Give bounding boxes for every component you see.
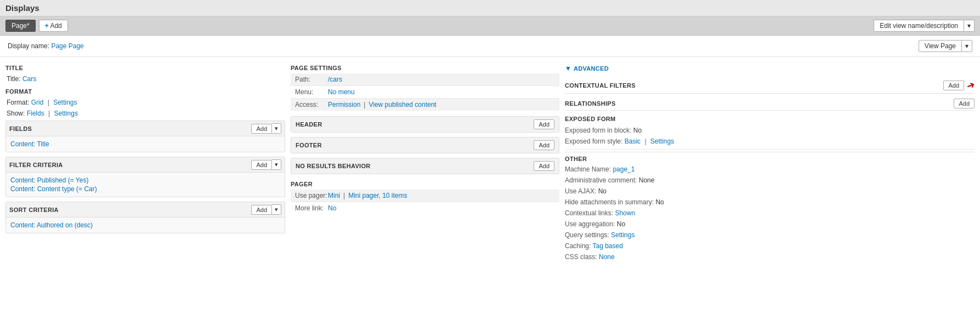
show-settings[interactable]: Settings: [54, 110, 78, 117]
more-link-row: More link: No: [291, 202, 559, 214]
show-label: Show:: [7, 110, 25, 117]
filter-add-dropdown[interactable]: ▾: [272, 159, 281, 170]
hide-attachments-value[interactable]: No: [655, 198, 664, 206]
relationships-section: RELATIONSHIPS Add: [565, 97, 975, 111]
header-section: HEADER Add: [291, 116, 559, 133]
exposed-form-block-row: Exposed form in block: No: [565, 125, 975, 136]
use-aggregation-row: Use aggregation: No: [565, 219, 975, 230]
fields-add-group: Add ▾: [251, 123, 281, 134]
display-name-link[interactable]: Page: [69, 42, 84, 50]
add-display-button[interactable]: + Add: [39, 20, 68, 32]
machine-name-label: Machine Name:: [565, 165, 611, 173]
title-section-title: TITLE: [5, 62, 23, 72]
filter-item-2[interactable]: Content: Content type (= Car): [10, 185, 280, 193]
filter-item-1[interactable]: Content: Published (= Yes): [10, 176, 280, 185]
format-settings[interactable]: Settings: [53, 99, 77, 106]
page-settings-section: PAGE SETTINGS Path: /cars Menu: No menu …: [291, 62, 559, 111]
contextual-add-group: Add ➜: [943, 79, 975, 91]
fields-add-dropdown[interactable]: ▾: [272, 123, 281, 134]
filter-add-button[interactable]: Add: [251, 160, 272, 170]
displays-title: Displays: [5, 3, 39, 13]
exposed-block-label: Exposed form in block:: [565, 127, 631, 134]
path-label: Path:: [295, 76, 328, 83]
no-results-add-button[interactable]: Add: [534, 161, 554, 171]
use-aggregation-label: Use aggregation:: [565, 220, 615, 228]
view-page-dropdown[interactable]: ▾: [962, 40, 972, 52]
fields-item-1[interactable]: Content: Title: [10, 140, 280, 148]
no-results-title: NO RESULTS BEHAVIOR: [296, 163, 371, 169]
query-settings-row: Query settings: Settings: [565, 230, 975, 240]
show-sep: |: [48, 110, 52, 117]
use-ajax-value[interactable]: No: [598, 187, 607, 195]
menu-value[interactable]: No menu: [328, 88, 355, 96]
exposed-settings-link[interactable]: Settings: [650, 138, 674, 145]
toolbar-left: Page* + Add: [5, 20, 68, 32]
caching-row: Caching: Tag based: [565, 240, 975, 251]
arrow-indicator: ➜: [965, 78, 977, 93]
contextual-links-row: Contextual links: Shown: [565, 208, 975, 219]
sort-title: SORT CRITERIA: [9, 207, 59, 213]
edit-view-button[interactable]: Edit view name/description: [874, 20, 964, 32]
sort-add-dropdown[interactable]: ▾: [272, 204, 281, 215]
exposed-style-label: Exposed form style:: [565, 138, 622, 145]
format-sep: |: [48, 99, 51, 106]
show-fields[interactable]: Fields: [27, 110, 44, 117]
path-value[interactable]: /cars: [328, 76, 342, 83]
query-settings-value[interactable]: Settings: [611, 231, 635, 239]
footer-add-button[interactable]: Add: [534, 140, 554, 150]
edit-view-dropdown[interactable]: ▾: [964, 20, 975, 32]
page-header: Displays: [0, 0, 980, 16]
contextual-links-value[interactable]: Shown: [615, 209, 635, 217]
title-value[interactable]: Cars: [22, 75, 36, 83]
view-page-button[interactable]: View Page: [919, 40, 962, 52]
no-results-section: NO RESULTS BEHAVIOR Add: [291, 158, 559, 174]
format-value[interactable]: Grid: [31, 99, 44, 106]
fields-add-button[interactable]: Add: [251, 124, 272, 134]
access-sep: |: [364, 101, 365, 108]
hide-attachments-row: Hide attachments in summary: No: [565, 197, 975, 208]
contextual-links-label: Contextual links:: [565, 209, 613, 217]
display-name-bar: Display name: Page Page View Page ▾: [0, 36, 980, 57]
fields-body: Content: Title: [6, 136, 285, 152]
contextual-filters-add-button[interactable]: Add: [943, 81, 964, 90]
exposed-style-value[interactable]: Basic: [625, 138, 641, 145]
filter-section-header: FILTER CRITERIA Add ▾: [6, 157, 285, 173]
title-section-header: TITLE: [5, 62, 285, 73]
use-aggregation-value[interactable]: No: [617, 220, 625, 228]
format-section-title: FORMAT: [5, 86, 32, 96]
page-settings-title: PAGE SETTINGS: [291, 62, 559, 73]
caching-label: Caching:: [565, 242, 591, 250]
middle-panel: PAGE SETTINGS Path: /cars Menu: No menu …: [291, 62, 559, 220]
admin-comment-value[interactable]: None: [639, 176, 655, 184]
contextual-filters-section: CONTEXTUAL FILTERS Add ➜: [565, 78, 975, 94]
no-results-header: NO RESULTS BEHAVIOR Add: [291, 158, 559, 174]
menu-label: Menu:: [295, 88, 328, 96]
css-class-value[interactable]: None: [599, 253, 615, 261]
filter-add-group: Add ▾: [251, 159, 281, 170]
sort-item-1[interactable]: Content: Authored on (desc): [10, 221, 280, 230]
title-label: Title:: [7, 75, 21, 83]
more-link-value[interactable]: No: [328, 204, 336, 212]
sort-add-button[interactable]: Add: [251, 205, 272, 215]
access-permission[interactable]: Permission: [328, 101, 360, 108]
advanced-title: ADVANCED: [574, 65, 609, 72]
pager-items[interactable]: Mini pager, 10 items: [348, 192, 407, 199]
relationships-add-button[interactable]: Add: [954, 99, 975, 108]
machine-name-value[interactable]: page_1: [613, 165, 635, 173]
caching-value[interactable]: Tag based: [593, 242, 623, 250]
access-view-published[interactable]: View published content: [369, 101, 436, 108]
header-add-button[interactable]: Add: [534, 119, 554, 129]
pager-sep: |: [343, 192, 345, 199]
admin-comment-row: Administrative comment: None: [565, 175, 975, 186]
header-title: HEADER: [296, 121, 322, 128]
use-ajax-label: Use AJAX:: [565, 187, 596, 195]
css-class-row: CSS class: None: [565, 251, 975, 262]
sort-add-group: Add ▾: [251, 204, 281, 215]
format-section-header: FORMAT: [5, 86, 285, 97]
more-link-label: More link:: [295, 204, 328, 212]
page-tab[interactable]: Page*: [5, 20, 36, 32]
use-pager-mini[interactable]: Mini: [328, 192, 340, 199]
display-name-field: Display name: Page Page: [8, 42, 84, 50]
footer-title: FOOTER: [296, 142, 322, 148]
exposed-block-value[interactable]: No: [633, 127, 642, 134]
